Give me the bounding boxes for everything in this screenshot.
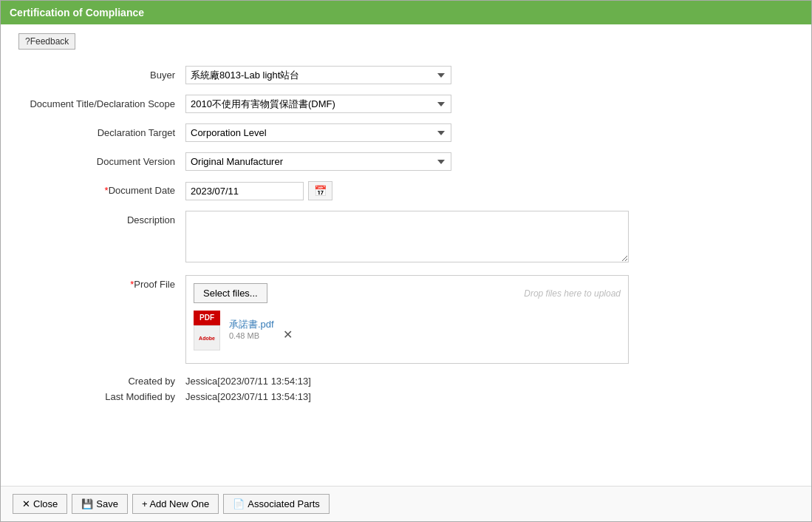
main-window: Certification of Compliance ?Feedback Bu… — [0, 0, 812, 522]
feedback-button[interactable]: ?Feedback — [18, 33, 75, 50]
calendar-button[interactable]: 📅 — [308, 181, 332, 200]
close-label: Close — [33, 498, 58, 509]
doc-date-control: 📅 — [185, 181, 451, 200]
bottom-bar: ✕ Close 💾 Save + Add New One 📄 Associate… — [1, 486, 811, 521]
doc-title-control: 2010不使用有害物質保證書(DMF) — [185, 95, 451, 113]
decl-target-control: Corporation Level — [185, 123, 451, 142]
close-button[interactable]: ✕ Close — [13, 494, 67, 514]
file-item: PDF Adobe 承諾書.pdf 0.48 MB ✕ — [194, 311, 621, 348]
doc-title-label: Document Title/Declaration Scope — [23, 95, 185, 109]
last-modified-label: Last Modified by — [23, 391, 185, 402]
title-bar: Certification of Compliance — [1, 1, 811, 24]
form-area: Buyer 系統廠8013-Lab light站台 Document Title… — [1, 58, 811, 486]
decl-target-row: Declaration Target Corporation Level — [23, 123, 789, 142]
description-row: Description — [23, 211, 789, 265]
window-title: Certification of Compliance — [10, 7, 144, 18]
last-modified-row: Last Modified by Jessica[2023/07/11 13:5… — [23, 391, 789, 402]
decl-target-select[interactable]: Corporation Level — [185, 123, 451, 142]
associated-parts-icon: 📄 — [233, 498, 245, 509]
drop-hint: Drop files here to upload — [524, 288, 621, 299]
file-size: 0.48 MB — [229, 331, 274, 340]
description-control — [185, 211, 629, 265]
proof-file-area: Select files... Drop files here to uploa… — [185, 275, 629, 364]
file-delete-button[interactable]: ✕ — [283, 328, 293, 342]
meta-section: Created by Jessica[2023/07/11 13:54:13] … — [23, 376, 789, 402]
file-info: 承諾書.pdf 0.48 MB — [229, 318, 274, 340]
doc-version-control: Original Manufacturer — [185, 152, 451, 171]
save-button[interactable]: 💾 Save — [72, 494, 128, 514]
pdf-body: Adobe — [194, 325, 220, 350]
associated-parts-button[interactable]: 📄 Associated Parts — [223, 494, 330, 514]
add-new-one-button[interactable]: + Add New One — [132, 494, 219, 514]
doc-title-select[interactable]: 2010不使用有害物質保證書(DMF) — [185, 95, 451, 113]
doc-version-row: Document Version Original Manufacturer — [23, 152, 789, 171]
doc-date-label: *Document Date — [23, 181, 185, 196]
doc-version-label: Document Version — [23, 152, 185, 167]
buyer-control: 系統廠8013-Lab light站台 — [185, 66, 451, 84]
select-files-button[interactable]: Select files... — [194, 283, 267, 303]
description-label: Description — [23, 211, 185, 226]
buyer-select[interactable]: 系統廠8013-Lab light站台 — [185, 66, 451, 84]
doc-date-row: *Document Date 📅 — [23, 181, 789, 200]
created-by-value: Jessica[2023/07/11 13:54:13] — [185, 376, 311, 387]
associated-parts-label: Associated Parts — [248, 498, 320, 509]
created-by-label: Created by — [23, 376, 185, 387]
proof-file-row: *Proof File Select files... Drop files h… — [23, 275, 789, 364]
proof-file-label: *Proof File — [23, 275, 185, 290]
pdf-icon: PDF Adobe — [194, 311, 223, 348]
buyer-row: Buyer 系統廠8013-Lab light站台 — [23, 66, 789, 84]
doc-date-input[interactable] — [185, 182, 304, 200]
close-icon: ✕ — [22, 498, 30, 509]
save-label: Save — [96, 498, 118, 509]
last-modified-value: Jessica[2023/07/11 13:54:13] — [185, 391, 311, 402]
doc-version-select[interactable]: Original Manufacturer — [185, 152, 451, 171]
doc-title-row: Document Title/Declaration Scope 2010不使用… — [23, 95, 789, 113]
adobe-text: Adobe — [199, 336, 215, 341]
pdf-label: PDF — [194, 311, 220, 325]
decl-target-label: Declaration Target — [23, 123, 185, 138]
created-by-row: Created by Jessica[2023/07/11 13:54:13] — [23, 376, 789, 387]
save-icon: 💾 — [81, 498, 93, 509]
file-name[interactable]: 承諾書.pdf — [229, 318, 274, 331]
buyer-label: Buyer — [23, 66, 185, 81]
proof-file-control: Select files... Drop files here to uploa… — [185, 275, 629, 364]
description-textarea[interactable] — [185, 211, 629, 262]
